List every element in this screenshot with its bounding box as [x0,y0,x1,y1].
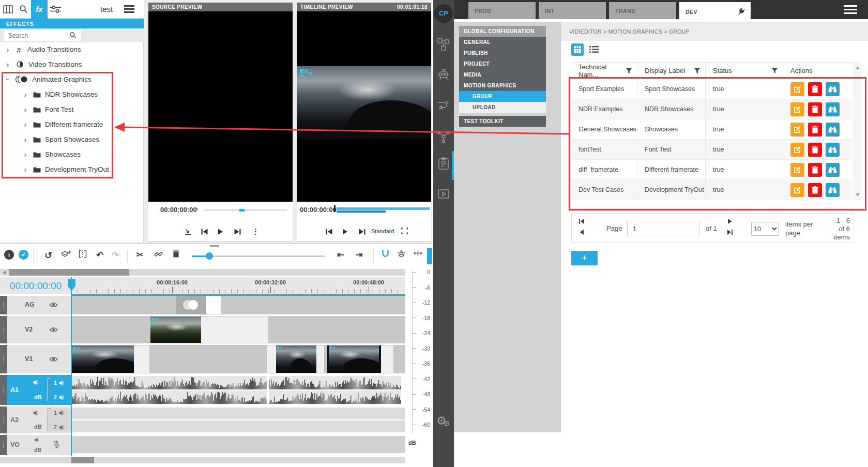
skip-end-icon[interactable] [234,229,241,235]
quality-selector[interactable]: Standard [371,228,394,234]
audio-waveform-clip[interactable] [71,390,267,404]
track-header-vo[interactable]: VO dB [7,435,71,455]
trash-icon[interactable] [173,250,179,258]
chevron-right-icon[interactable]: › [4,45,11,54]
zoom-slider-handle[interactable] [206,252,213,260]
scroll-thumb[interactable] [9,269,129,276]
mic-muted-icon[interactable] [53,440,60,448]
track-visibility-eye-icon[interactable] [49,327,58,333]
channel-1[interactable]: 1 [54,380,66,386]
edit-button[interactable] [790,163,804,177]
nav-item-general[interactable]: GENERAL [459,37,546,48]
channel-2[interactable]: 2 [54,394,66,400]
search-icon[interactable] [69,32,77,39]
chevron-right-icon[interactable]: › [22,165,29,174]
zoom-slider[interactable] [192,255,325,257]
razor-icon[interactable] [397,250,406,258]
redo-icon[interactable]: ↷ [112,250,119,261]
chevron-right-icon[interactable]: › [22,135,29,144]
board-icon[interactable] [436,157,451,171]
track-volume-icon[interactable] [33,380,40,385]
delete-button[interactable] [808,143,822,157]
chevron-right-icon[interactable]: › [22,90,29,99]
delete-button[interactable] [808,123,822,137]
track-volume-icon[interactable] [33,410,40,416]
nav-item-global-configuration[interactable]: GLOBAL CONFIGURATION [459,26,546,37]
timecode-dropdown-icon[interactable]: ▾ [196,206,199,212]
track-drag-handle[interactable]: ⋮ [0,316,7,343]
track-visibility-eye-icon[interactable] [49,356,58,362]
list-view-toggle[interactable] [589,46,599,53]
next-page-button[interactable] [728,219,732,224]
timeline-current-timecode[interactable]: 00:00:00:00 [10,280,62,292]
nav-item-motion-graphics[interactable]: MOTION GRAPHICS [459,80,546,91]
add-group-button[interactable]: + [571,251,598,265]
tab-trans[interactable]: TRANS [609,2,676,19]
db-button[interactable]: dB [34,447,41,453]
table-scrollbar[interactable] [854,63,861,200]
machine-icon[interactable] [436,67,451,82]
delete-button[interactable] [808,183,822,197]
move-horizontal-icon[interactable] [414,250,422,257]
tree-item-font-test[interactable]: ›Font Test [0,102,143,117]
jump-out-icon[interactable]: ⇥ [356,250,362,260]
insert-clip-icon[interactable] [185,229,192,235]
tree-item-video-transitions[interactable]: ›Video Transitions [0,57,143,72]
tab-prod[interactable]: PROD [468,2,536,19]
track-header-v1[interactable]: V1 [7,345,71,373]
track-drag-handle[interactable]: ⋮ [0,296,7,314]
skip-end-icon[interactable] [359,229,366,235]
adjust-sliders-icon[interactable] [48,0,63,19]
video-clip[interactable] [150,316,269,343]
track-visibility-eye-icon[interactable] [49,302,58,308]
video-clip[interactable] [71,345,150,373]
nav-item-publish[interactable]: PUBLISH [459,48,546,58]
info-icon[interactable]: i [4,250,14,260]
edit-button[interactable] [790,123,804,137]
source-scrub-marker[interactable] [239,209,245,212]
edit-button[interactable] [790,143,804,157]
play-icon[interactable] [218,229,223,235]
more-options-icon[interactable]: ⋮ [252,227,260,236]
player-icon[interactable] [436,187,451,202]
timeline-bottom-scrollbar[interactable] [0,457,405,463]
scroll-left-arrow-icon[interactable] [0,269,8,276]
track-header-v2[interactable]: V2 [7,316,71,343]
track-header-a2[interactable]: A2 dB 1 2 [7,406,71,433]
effects-fx-icon[interactable]: fx [31,0,48,19]
main-menu-icon[interactable] [844,5,857,14]
nav-item-upload[interactable]: UPLOAD [459,102,546,113]
delete-button[interactable] [808,82,822,96]
tree-item-animated-graphics[interactable]: ›Animated Graphics [0,72,143,87]
find-button[interactable] [826,143,840,157]
tree-item-showcases[interactable]: ›Showcases [0,147,143,162]
column-header-technical-nam-[interactable]: Technical Nam... [571,62,637,79]
find-button[interactable] [826,82,840,96]
nav-item-project[interactable]: PROJECT [459,58,546,69]
add-layer-icon[interactable] [61,250,71,259]
db-button[interactable]: dB [34,394,42,400]
channel-1[interactable]: 1 [54,410,66,416]
empty-audio-lane[interactable] [71,436,405,453]
find-button[interactable] [826,102,840,116]
empty-audio-lane[interactable] [71,420,405,432]
tree-item-sport-showcases[interactable]: ›Sport Showcases [0,132,143,147]
track-header-ag[interactable]: AG [7,296,71,314]
cut-scissors-icon[interactable]: ✂ [136,250,143,260]
delete-button[interactable] [808,163,822,177]
grid-view-toggle[interactable] [571,43,584,56]
timeline-hscrollbar[interactable] [0,269,405,276]
column-header-actions[interactable]: Actions [783,62,852,79]
clip-tail[interactable] [206,296,221,314]
audio-waveform-clip[interactable] [269,390,401,404]
transition-clip[interactable] [176,296,206,314]
prev-page-button[interactable] [580,230,584,235]
magnet-snap-icon[interactable] [382,250,389,258]
timeline-preview-timecode[interactable]: 00:00:00:00 [300,206,337,214]
source-scrub-bar[interactable] [204,209,287,211]
breadcrumb[interactable]: VIDIEDITOR > MOTION GRAPHICS > GROUP [569,28,690,35]
user-avatar[interactable]: CP [434,4,453,23]
tree-item-different-framerate[interactable]: ›Different framerate [0,117,143,132]
chevron-right-icon[interactable]: › [22,150,29,159]
skip-start-icon[interactable] [326,229,332,235]
